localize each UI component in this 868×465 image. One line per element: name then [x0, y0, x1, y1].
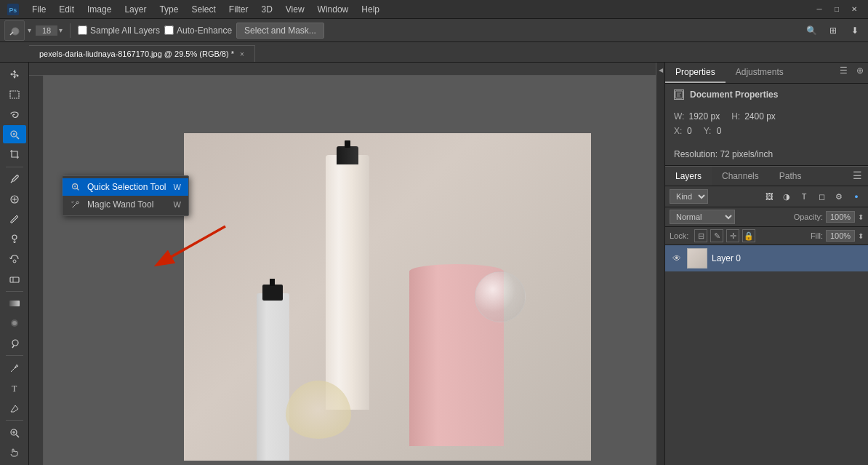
menu-view[interactable]: View: [280, 3, 310, 16]
menu-edit[interactable]: Edit: [53, 3, 80, 16]
menu-filter[interactable]: Filter: [223, 3, 254, 16]
tool-preset-picker[interactable]: ▾: [4, 20, 31, 41]
pixel-filter-button[interactable]: 🖼: [762, 189, 776, 204]
sample-all-layers-option: Sample All Layers: [78, 25, 160, 36]
lock-artboard-button[interactable]: ✛: [726, 229, 739, 242]
blend-mode-select[interactable]: Normal: [670, 210, 735, 224]
auto-enhance-label: Auto-Enhance: [177, 25, 232, 36]
maximize-button[interactable]: □: [829, 1, 845, 17]
toolbar-separator-3: [6, 355, 23, 356]
menu-select[interactable]: Select: [185, 3, 221, 16]
layer-visibility-toggle[interactable]: 👁: [671, 253, 683, 264]
lasso-tool-button[interactable]: [3, 106, 26, 124]
shape-filter-button[interactable]: ◻: [814, 189, 829, 204]
lock-position-button[interactable]: ✎: [710, 229, 723, 242]
minimize-button[interactable]: ─: [811, 1, 827, 17]
svg-point-13: [12, 340, 18, 346]
y-label: Y:: [704, 126, 712, 136]
history-brush-button[interactable]: [3, 250, 26, 268]
eyedropper-button[interactable]: [3, 170, 26, 188]
zoom-tool-button[interactable]: [3, 424, 26, 442]
tab-adjustments[interactable]: Adjustments: [726, 63, 794, 83]
canvas-area[interactable]: Quick Selection Tool W Magic Wand Tool W: [29, 63, 664, 465]
dodge-tool-button[interactable]: [3, 334, 26, 352]
canvas-image[interactable]: [184, 133, 591, 461]
svg-point-7: [13, 260, 16, 263]
type-tool-button[interactable]: T: [3, 379, 26, 397]
download-icon[interactable]: ⬇: [846, 22, 864, 39]
menu-help[interactable]: Help: [355, 3, 385, 16]
tab-layers[interactable]: Layers: [665, 167, 712, 186]
toolbar-separator-4: [6, 420, 23, 421]
opacity-stepper[interactable]: ⬍: [858, 213, 864, 221]
tab-paths[interactable]: Paths: [769, 167, 812, 186]
brush-preset-button[interactable]: [4, 20, 25, 41]
properties-menu-button[interactable]: ☰: [835, 63, 852, 83]
fill-label: Fill:: [811, 231, 823, 240]
pen-tool-button[interactable]: [3, 359, 26, 377]
type-filter-button[interactable]: T: [797, 189, 811, 204]
resolution-value: 72 pixels/inch: [720, 149, 773, 159]
lock-pixels-button[interactable]: ⊟: [694, 229, 707, 242]
layer-0-item[interactable]: 👁 Layer 0: [665, 245, 868, 271]
adjustment-filter-button[interactable]: ◑: [779, 189, 794, 204]
svg-rect-8: [10, 277, 19, 282]
x-label: X:: [674, 126, 683, 136]
rectangle-marquee-button[interactable]: [3, 85, 26, 103]
fill-input[interactable]: 100%: [826, 230, 855, 242]
layer-thumb-image: [688, 249, 707, 268]
filter-toggle-button[interactable]: ●: [849, 189, 864, 204]
opacity-input[interactable]: 100%: [826, 211, 855, 223]
app-icon: Ps: [6, 2, 20, 17]
tab-close-button[interactable]: ×: [240, 50, 244, 58]
fill-stepper[interactable]: ⬍: [858, 232, 864, 240]
clone-stamp-button[interactable]: [3, 230, 26, 248]
smart-filter-button[interactable]: ⚙: [832, 189, 846, 204]
menu-3d[interactable]: 3D: [255, 3, 278, 16]
vertical-ruler: [29, 63, 44, 465]
sample-all-layers-checkbox[interactable]: [78, 25, 87, 35]
properties-panel-add-button[interactable]: ⊕: [852, 63, 868, 83]
menu-window[interactable]: Window: [312, 3, 355, 16]
fill-control: Fill: 100% ⬍: [811, 230, 864, 242]
svg-rect-3: [10, 91, 19, 98]
quick-selection-tool-option[interactable]: Quick Selection Tool W: [63, 178, 188, 196]
document-tab[interactable]: pexels-daria-liudnaya-8167170.jpg @ 29.5…: [29, 45, 255, 62]
menu-bar: Ps File Edit Image Layer Type Select Fil…: [0, 0, 868, 19]
main-layout: T: [0, 63, 868, 465]
crop-tool-button[interactable]: [3, 145, 26, 163]
gradient-tool-button[interactable]: [3, 294, 26, 312]
lock-all-button[interactable]: 🔒: [742, 229, 755, 242]
tab-properties[interactable]: Properties: [665, 63, 726, 83]
layer-name: Layer 0: [712, 253, 741, 263]
glass-ball: [475, 271, 526, 322]
layers-menu-button[interactable]: ☰: [847, 167, 868, 186]
quick-selection-tool-button[interactable]: [3, 125, 26, 143]
eraser-button[interactable]: [3, 269, 26, 287]
brush-tool-button[interactable]: [3, 210, 26, 228]
small-bottle-spray: [270, 279, 275, 286]
hand-tool-button[interactable]: [3, 444, 26, 462]
panel-collapse-icon[interactable]: ◀: [657, 67, 664, 73]
path-selection-button[interactable]: [3, 399, 26, 417]
menu-type[interactable]: Type: [153, 3, 184, 16]
magic-wand-shortcut: W: [174, 200, 181, 209]
healing-brush-button[interactable]: [3, 190, 26, 208]
select-and-mask-button[interactable]: Select and Mask...: [236, 23, 324, 39]
blur-tool-button[interactable]: [3, 314, 26, 333]
menu-image[interactable]: Image: [81, 3, 117, 16]
tall-bottle: [326, 155, 369, 410]
menu-file[interactable]: File: [26, 3, 52, 16]
view-icon[interactable]: ⊞: [824, 22, 842, 39]
tab-channels[interactable]: Channels: [712, 167, 769, 186]
menu-layer[interactable]: Layer: [118, 3, 152, 16]
toolbar-separator-1: [6, 167, 23, 167]
search-icon[interactable]: 🔍: [803, 22, 820, 39]
move-tool-button[interactable]: [3, 65, 26, 84]
lock-label: Lock:: [670, 231, 688, 240]
brush-size-input[interactable]: 18: [36, 25, 57, 36]
auto-enhance-checkbox[interactable]: [164, 25, 174, 35]
kind-select[interactable]: Kind: [670, 189, 708, 204]
close-button[interactable]: ✕: [846, 1, 862, 17]
magic-wand-tool-option[interactable]: Magic Wand Tool W: [63, 196, 188, 213]
